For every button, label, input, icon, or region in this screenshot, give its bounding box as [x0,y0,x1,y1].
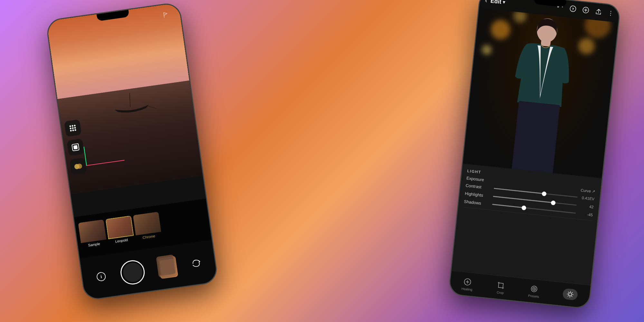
svg-point-7 [74,127,76,129]
edit-panel: LIGHT Exposure Curve ↗ Contrast 0.41EV H… [449,164,602,308]
svg-point-32 [534,288,535,289]
rotate-button[interactable] [191,258,202,269]
crop-icon [496,280,506,290]
square-icon-btn[interactable] [67,138,84,156]
shutter-button[interactable] [119,259,146,286]
healing-label: Healing [461,287,473,291]
highlights-value: 42 [579,203,594,209]
right-phone: ‹ Edit ▾ ? [448,0,621,309]
left-phone: Sample Leopold Chrome i [45,2,219,301]
filter-chrome[interactable]: Chrome [133,212,163,244]
svg-line-1 [147,105,156,110]
healing-icon [463,277,473,287]
svg-point-9 [72,129,74,131]
svg-point-8 [70,130,72,132]
question-icon[interactable]: ? [569,5,577,14]
share-icon[interactable] [594,7,602,17]
shadows-label: Shadows [464,199,490,206]
crop-toolbar-item[interactable]: Crop [492,278,509,297]
circle-blend-icon-btn[interactable] [70,157,87,175]
svg-point-2 [69,125,71,127]
filter-flag-icon[interactable] [162,10,171,21]
light-icon [562,288,578,301]
grid-icon-btn[interactable] [64,119,81,137]
svg-line-29 [466,282,469,282]
healing-toolbar-item[interactable]: Healing [458,274,477,293]
svg-point-5 [70,128,71,129]
topbar-title: Edit ▾ [490,0,505,5]
highlights-label: Highlights [465,191,491,198]
svg-rect-12 [73,145,78,149]
back-button[interactable]: ‹ [485,0,488,4]
info-button[interactable]: i [96,271,107,282]
bokeh-light-5 [481,45,492,55]
svg-line-40 [572,292,573,293]
svg-text:i: i [100,274,102,279]
shadows-value: -45 [578,211,593,217]
right-photo-area [462,0,620,181]
svg-point-6 [72,127,74,129]
filter-leopold[interactable]: Leopold [105,215,135,248]
presets-toolbar-item[interactable]: Presets [525,281,544,300]
svg-line-0 [128,93,132,108]
add-icon[interactable] [582,6,590,15]
svg-line-39 [572,296,572,297]
svg-point-3 [71,125,73,127]
more-icon[interactable]: ⋮ [607,10,614,17]
gallery-thumbnail[interactable] [158,256,178,279]
presets-label: Presets [528,294,539,298]
presets-icon [529,284,539,294]
svg-point-4 [74,125,76,127]
svg-line-23 [584,10,587,10]
svg-line-38 [568,292,569,292]
svg-point-10 [74,129,76,131]
svg-text:?: ? [572,7,574,11]
filter-sample[interactable]: Sample [78,219,108,251]
crop-label: Crop [497,290,504,295]
svg-line-41 [568,296,568,296]
contrast-label: Contrast [465,183,491,190]
contrast-value: 0.41EV [580,195,595,201]
svg-rect-18 [159,258,177,278]
right-toolbar: Healing Crop [449,270,591,308]
light-toolbar-item[interactable] [559,286,582,304]
curve-link[interactable]: Curve ↗ [581,188,596,194]
svg-rect-26 [511,101,560,176]
svg-point-33 [569,293,572,296]
